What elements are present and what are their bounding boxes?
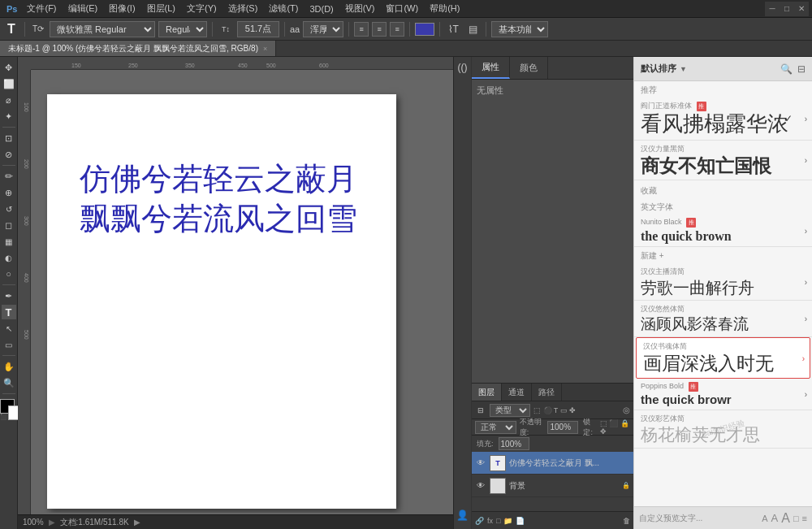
menu-window[interactable]: 窗口(W) xyxy=(381,1,423,16)
close-button[interactable]: ✕ xyxy=(794,2,809,16)
fill-input[interactable] xyxy=(499,437,529,450)
history-brush-icon[interactable]: ↺ xyxy=(2,202,16,216)
sort-chevron-icon[interactable]: ▼ xyxy=(680,65,687,73)
filter-toggle[interactable]: ◎ xyxy=(623,405,630,414)
gradient-tool-icon[interactable]: ▦ xyxy=(2,234,16,249)
reset-colors-icon[interactable]: ⬛ xyxy=(0,414,7,420)
stamp-tool-icon[interactable]: ⊕ xyxy=(2,185,16,200)
layers-type-filter[interactable]: 类型 xyxy=(490,404,530,417)
grid-view-icon[interactable]: ≡ xyxy=(802,514,807,523)
font-entry-lilianghe[interactable]: 汉仪力量黑简 商女不知亡国恨 › xyxy=(634,141,812,180)
align-center-button[interactable]: ≡ xyxy=(372,22,387,37)
opacity-input[interactable] xyxy=(547,421,578,434)
layers-tab-layers[interactable]: 图层 xyxy=(472,384,502,401)
arrow-yanmen[interactable]: › xyxy=(805,114,807,123)
marquee-tool-icon[interactable]: ⬜ xyxy=(2,76,16,91)
collapse-panels-icon[interactable]: (() xyxy=(456,60,470,75)
layer-visibility-icon[interactable]: 👁 xyxy=(475,457,486,469)
zoom-tool-icon[interactable]: 🔍 xyxy=(2,375,16,390)
layer-visibility-bg-icon[interactable]: 👁 xyxy=(475,480,486,492)
menu-select[interactable]: 选择(S) xyxy=(223,1,263,16)
delete-layer-icon[interactable]: 🗑 xyxy=(623,517,630,525)
menu-view[interactable]: 视图(V) xyxy=(340,1,380,16)
pen-tool-icon[interactable]: ✒ xyxy=(2,288,16,303)
font-size-small-icon[interactable]: A xyxy=(762,514,767,523)
font-search-icon[interactable]: 🔍 xyxy=(780,63,793,75)
tab-close-button[interactable]: × xyxy=(263,45,267,53)
orientation-icon[interactable]: T⟳ xyxy=(30,21,46,37)
layer-item-text[interactable]: 👁 T 仿佛兮若轻云之蔽月 飘... xyxy=(472,452,633,475)
workspace-dropdown[interactable]: 基本功能 xyxy=(491,21,548,37)
document-tab[interactable]: 未标题-1 @ 100% (仿佛兮若轻云之蔽月 飘飘兮若流风之回雪, RGB/8… xyxy=(0,41,276,56)
brush-tool-icon[interactable]: ✏ xyxy=(2,169,16,184)
menu-text[interactable]: 文字(Y) xyxy=(182,1,222,16)
new-layer-icon[interactable]: 📄 xyxy=(516,517,525,525)
menu-image[interactable]: 图像(I) xyxy=(104,1,140,16)
text-tool-icon[interactable]: T xyxy=(3,21,19,37)
font-filter-icon[interactable]: ⊟ xyxy=(797,63,806,75)
font-size-large-icon[interactable]: A xyxy=(781,511,790,526)
arrow-nunito[interactable]: › xyxy=(805,226,807,235)
menu-layer[interactable]: 图层(L) xyxy=(142,1,180,16)
lasso-tool-icon[interactable]: ⌀ xyxy=(2,93,16,107)
toggle-panels-icon[interactable]: ▤ xyxy=(464,21,481,37)
menu-help[interactable]: 帮助(H) xyxy=(425,1,464,16)
maximize-button[interactable]: □ xyxy=(780,2,794,16)
menu-file[interactable]: 文件(F) xyxy=(22,1,61,16)
section-new[interactable]: 新建 + xyxy=(634,247,812,263)
custom-preview-label[interactable]: 自定义预览文字... xyxy=(639,513,702,524)
link-layers-icon[interactable]: 🔗 xyxy=(475,517,484,525)
canvas-content: 仿佛兮若轻云之蔽月 飘飘兮若流风之回雪 xyxy=(31,70,453,513)
layer-item-bg[interactable]: 👁 背景 🔒 xyxy=(472,475,633,497)
antialiasing-dropdown[interactable]: 浑厚 xyxy=(303,21,343,37)
minimize-button[interactable]: ─ xyxy=(765,2,780,16)
layers-tab-channels[interactable]: 通道 xyxy=(502,384,532,401)
arrow-lilianghe[interactable]: › xyxy=(805,155,807,164)
color-tab[interactable]: 颜色 xyxy=(510,57,548,79)
menu-filter[interactable]: 滤镜(T) xyxy=(264,1,303,16)
blend-mode-dropdown[interactable]: 正常 xyxy=(475,421,516,434)
user-avatar-icon[interactable]: 👤 xyxy=(456,508,470,522)
font-size-medium-icon[interactable]: A xyxy=(771,512,779,524)
eyedropper-icon[interactable]: ⊘ xyxy=(2,147,16,162)
text-tool-lt-icon[interactable]: T xyxy=(2,305,16,319)
dodge-tool-icon[interactable]: ○ xyxy=(2,267,16,281)
add-mask-icon[interactable]: □ xyxy=(496,517,500,525)
font-entry-shuhun[interactable]: 汉仪书魂体简 画眉深浅入时无 › xyxy=(636,337,810,378)
arrow-youran[interactable]: › xyxy=(805,314,807,323)
list-view-icon[interactable]: □ xyxy=(793,514,799,523)
layers-tab-paths[interactable]: 路径 xyxy=(532,384,562,401)
add-style-icon[interactable]: fx xyxy=(487,517,493,525)
font-family-dropdown[interactable]: 微软雅黑 Regular xyxy=(50,21,155,37)
font-size-input[interactable] xyxy=(237,21,279,37)
font-entry-poppins[interactable]: Poppins Bold 推 the quick browr › xyxy=(634,379,812,411)
text-color-swatch[interactable] xyxy=(415,23,434,36)
warp-text-icon[interactable]: ⌇T xyxy=(445,21,461,37)
font-entry-caiyi[interactable]: 汉仪彩艺体简 杨花榆荚无才思 Bai知识经验 xyxy=(634,410,812,449)
properties-tab[interactable]: 属性 xyxy=(472,57,510,79)
hand-tool-icon[interactable]: ✋ xyxy=(2,359,16,374)
menu-edit[interactable]: 编辑(E) xyxy=(63,1,103,16)
magic-wand-icon[interactable]: ✦ xyxy=(2,109,16,124)
font-entry-zhubo[interactable]: 汉仪主播清简 劳歌一曲解行舟 › xyxy=(634,263,812,301)
align-right-button[interactable]: ≡ xyxy=(390,22,404,37)
arrow-poppins[interactable]: › xyxy=(805,389,807,398)
path-selection-icon[interactable]: ↖ xyxy=(2,321,16,336)
no-properties-label: 无属性 xyxy=(477,85,628,97)
eraser-tool-icon[interactable]: ◻ xyxy=(2,218,16,232)
shape-tool-icon[interactable]: ▭ xyxy=(2,337,16,352)
crop-tool-icon[interactable]: ⊡ xyxy=(2,131,16,145)
font-entry-nunito[interactable]: Nunito Black 推 the quick brown › xyxy=(634,215,812,248)
font-style-dropdown[interactable]: Regular xyxy=(158,21,207,37)
font-entry-youran[interactable]: 汉仪悠然体简 涵顾风影落春流 › xyxy=(634,301,812,337)
canvas-corner xyxy=(18,57,31,70)
new-group-icon[interactable]: 📁 xyxy=(503,517,512,525)
zoom-level[interactable]: 100% xyxy=(23,518,44,527)
arrow-zhubo[interactable]: › xyxy=(805,277,807,286)
arrow-shuhun[interactable]: › xyxy=(802,353,805,362)
move-tool-icon[interactable]: ✥ xyxy=(2,60,16,75)
font-entry-yanmen[interactable]: 阎门正道标准体 推 看风拂榻露华浓 ✓ › xyxy=(634,98,812,141)
blur-tool-icon[interactable]: ◐ xyxy=(2,250,16,265)
align-left-button[interactable]: ≡ xyxy=(354,22,369,37)
menu-3d[interactable]: 3D(D) xyxy=(304,2,338,15)
